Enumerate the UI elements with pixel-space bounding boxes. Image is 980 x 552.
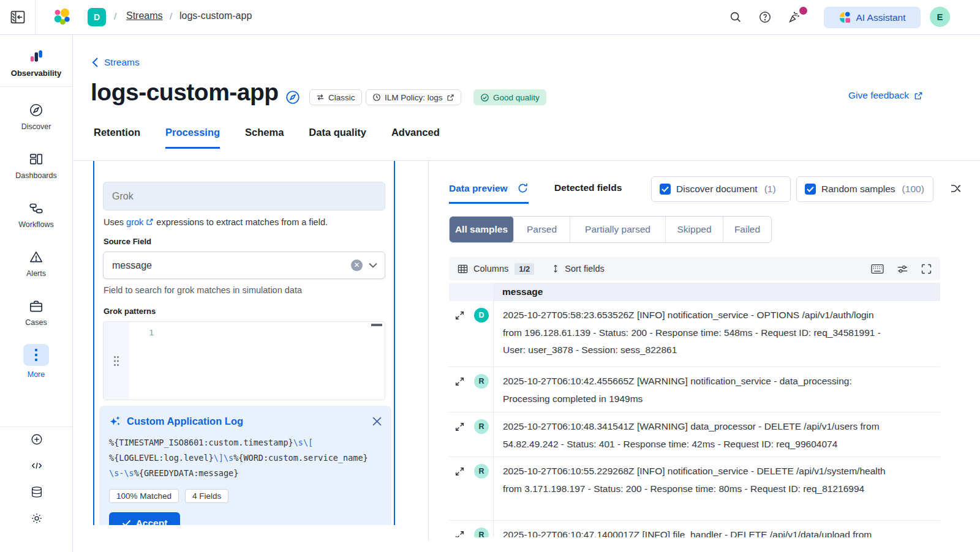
grok-processor-panel: Uses grok expressions to extract matches… bbox=[93, 161, 395, 525]
filter-failed[interactable]: Failed bbox=[723, 217, 771, 242]
display-options-icon[interactable] bbox=[897, 264, 908, 274]
message-column-header[interactable]: message bbox=[493, 283, 940, 301]
ilm-policy-badge[interactable]: ILM Policy: logs bbox=[366, 89, 461, 105]
sidebar-item-discover[interactable]: Discover bbox=[0, 102, 72, 131]
sidebar-solution-observability[interactable]: Observability bbox=[0, 48, 72, 78]
table-row[interactable]: R 2025-10-27T06:10:55.229268Z [INFO] not… bbox=[449, 457, 940, 521]
close-icon[interactable] bbox=[372, 417, 382, 426]
dev-tools-icon[interactable] bbox=[30, 459, 43, 472]
chevron-left-icon bbox=[92, 57, 99, 68]
tab-schema[interactable]: Schema bbox=[245, 127, 284, 149]
left-sidebar: Observability Discover Dashboards Workfl bbox=[0, 35, 73, 552]
observability-logo-icon bbox=[28, 48, 44, 64]
external-link-icon bbox=[447, 94, 454, 102]
sort-fields-button[interactable]: Sort fields bbox=[565, 264, 604, 274]
sidebar-item-cases[interactable]: Cases bbox=[0, 298, 72, 327]
keyboard-icon[interactable] bbox=[871, 264, 884, 274]
filter-partially-parsed[interactable]: Partially parsed bbox=[570, 217, 666, 242]
processor-editor-column: Uses grok expressions to extract matches… bbox=[74, 161, 428, 525]
sort-icon bbox=[551, 264, 560, 273]
compass-icon bbox=[28, 102, 44, 118]
notification-dot bbox=[799, 7, 807, 15]
table-row[interactable]: R 2025-10-27T06:10:48.341541Z [WARNING] … bbox=[449, 412, 940, 457]
expand-row-icon[interactable] bbox=[454, 376, 465, 387]
gear-icon[interactable] bbox=[30, 512, 43, 525]
add-circle-icon[interactable] bbox=[30, 433, 43, 446]
filter-skipped[interactable]: Skipped bbox=[666, 217, 723, 242]
tab-advanced[interactable]: Advanced bbox=[391, 127, 440, 149]
random-samples-toggle[interactable]: Random samples (100) bbox=[796, 176, 933, 202]
source-field-combobox[interactable]: message ✕ bbox=[103, 252, 385, 279]
source-field-label: Source Field bbox=[104, 237, 151, 246]
stream-compass-icon[interactable] bbox=[285, 89, 301, 105]
space-avatar[interactable]: D bbox=[88, 8, 106, 26]
editor-line-number: 1 bbox=[139, 328, 154, 337]
external-link-icon bbox=[146, 218, 154, 226]
discover-document-toggle[interactable]: Discover document (1) bbox=[651, 176, 791, 202]
table-header-row: message bbox=[449, 283, 940, 301]
refresh-icon[interactable] bbox=[517, 182, 529, 194]
checkbox-checked-icon[interactable] bbox=[660, 184, 671, 195]
user-avatar[interactable]: E bbox=[930, 7, 950, 27]
grok-patterns-editor[interactable]: 1 bbox=[103, 321, 385, 400]
processor-type-input[interactable] bbox=[103, 182, 385, 211]
drag-handle[interactable] bbox=[104, 322, 129, 400]
search-icon[interactable] bbox=[729, 10, 742, 24]
table-row[interactable]: R 2025-10-27T06:10:42.455665Z [WARNING] … bbox=[449, 367, 940, 412]
tab-data-preview[interactable]: Data preview bbox=[449, 182, 529, 204]
grok-docs-link[interactable]: grok bbox=[126, 217, 143, 227]
columns-button[interactable]: Columns bbox=[473, 264, 508, 274]
expand-row-icon[interactable] bbox=[454, 530, 465, 537]
fullscreen-icon[interactable] bbox=[921, 264, 932, 274]
classic-stream-badge[interactable]: Classic bbox=[309, 89, 362, 105]
pattern-suggestion-card: Custom Application Log %{TIMESTAMP_ISO86… bbox=[99, 406, 391, 525]
tab-processing[interactable]: Processing bbox=[165, 127, 220, 149]
log-message-cell: 2025-10-27T05:58:23.653526Z [INFO] notif… bbox=[493, 301, 940, 367]
clear-selection-icon[interactable]: ✕ bbox=[351, 259, 363, 271]
accept-suggestion-button[interactable]: Accept bbox=[109, 512, 180, 525]
topbar-divider bbox=[35, 0, 36, 34]
tab-data-quality[interactable]: Data quality bbox=[309, 127, 366, 149]
datagrid-toolbar: Columns 1/2 Sort fields bbox=[449, 257, 940, 280]
sidebar-divider bbox=[0, 427, 72, 427]
external-link-icon bbox=[914, 91, 923, 100]
top-navigation-bar: D / Streams / logs-custom-app AI Assist bbox=[0, 0, 980, 35]
table-row[interactable]: R 2025-10-27T06:10:47.1400017Z [INFO] fi… bbox=[449, 521, 940, 537]
editor-scrollbar[interactable] bbox=[371, 324, 382, 326]
sidebar-item-workflows[interactable]: Workflows bbox=[0, 200, 72, 229]
source-field-help: Field to search for grok matches in simu… bbox=[104, 285, 302, 295]
sidebar-item-dashboards[interactable]: Dashboards bbox=[0, 151, 72, 180]
sidebar-item-alerts[interactable]: Alerts bbox=[0, 249, 72, 278]
filter-parsed[interactable]: Parsed bbox=[514, 217, 570, 242]
help-icon[interactable] bbox=[758, 10, 772, 24]
avatar: R bbox=[474, 528, 489, 537]
log-message-cell: 2025-10-27T06:10:48.341541Z [WARNING] da… bbox=[493, 412, 940, 457]
breadcrumb-streams-link[interactable]: Streams bbox=[126, 10, 163, 21]
tab-detected-fields[interactable]: Detected fields bbox=[554, 182, 622, 193]
tab-retention[interactable]: Retention bbox=[94, 127, 140, 149]
expand-row-icon[interactable] bbox=[454, 422, 465, 432]
expand-row-icon[interactable] bbox=[454, 466, 465, 477]
ai-assistant-button[interactable]: AI Assistant bbox=[824, 7, 921, 28]
checkbox-checked-icon[interactable] bbox=[805, 184, 816, 195]
source-field-value: message bbox=[112, 260, 351, 271]
back-to-streams-link[interactable]: Streams bbox=[92, 57, 140, 68]
breadcrumb-current-page: logs-custom-app bbox=[179, 10, 252, 21]
collapse-sidebar-icon[interactable] bbox=[9, 9, 26, 26]
breadcrumb-separator: / bbox=[170, 11, 172, 21]
log-message-cell: 2025-10-27T06:10:42.455665Z [WARNING] no… bbox=[493, 367, 940, 412]
sparkles-icon bbox=[109, 415, 121, 427]
sidebar-item-more[interactable]: More bbox=[0, 344, 72, 379]
fields-count-badge: 4 Fields bbox=[185, 489, 228, 503]
quality-badge[interactable]: Good quality bbox=[473, 89, 546, 105]
give-feedback-link[interactable]: Give feedback bbox=[848, 90, 923, 101]
database-icon[interactable] bbox=[30, 485, 43, 499]
more-icon bbox=[23, 344, 49, 366]
filter-all-samples[interactable]: All samples bbox=[450, 217, 514, 242]
shuffle-icon[interactable] bbox=[950, 181, 960, 196]
elastic-logo[interactable] bbox=[51, 7, 72, 28]
expand-row-icon[interactable] bbox=[454, 310, 465, 321]
table-row[interactable]: D 2025-10-27T05:58:23.653526Z [INFO] not… bbox=[449, 301, 940, 367]
breadcrumb-separator: / bbox=[114, 11, 116, 21]
chevron-down-icon[interactable] bbox=[369, 263, 377, 268]
